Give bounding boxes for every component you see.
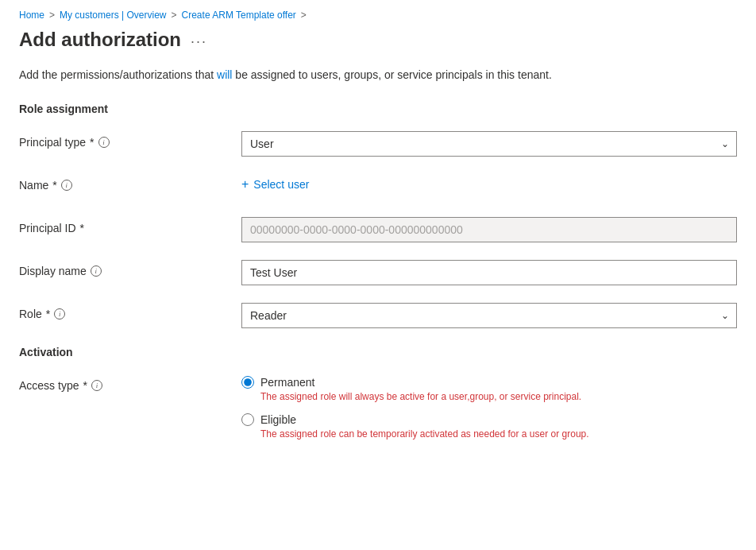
desc-text-after: be assigned to users, groups, or service…: [232, 68, 551, 81]
name-info-icon[interactable]: i: [61, 180, 72, 191]
role-select-wrapper: Reader Contributor Owner ⌄: [241, 303, 737, 328]
select-user-button[interactable]: + Select user: [241, 174, 309, 195]
plus-icon: +: [241, 177, 249, 192]
breadcrumb-mycustomers[interactable]: My customers | Overview: [60, 10, 166, 21]
principal-type-row: Principal type * i User Group Service pr…: [19, 131, 737, 160]
desc-highlight: will: [217, 68, 232, 81]
principal-id-input[interactable]: [241, 217, 737, 242]
access-type-eligible-desc: The assigned role can be temporarily act…: [260, 428, 737, 441]
activation-title: Activation: [19, 346, 737, 358]
role-info-icon[interactable]: i: [54, 308, 65, 320]
access-type-permanent-label: Permanent: [260, 376, 314, 389]
breadcrumb-home[interactable]: Home: [19, 10, 44, 21]
breadcrumb: Home > My customers | Overview > Create …: [19, 0, 737, 29]
name-control: + Select user: [241, 174, 737, 195]
role-select[interactable]: Reader Contributor Owner: [241, 303, 737, 328]
access-type-label: Access type * i: [19, 374, 241, 392]
access-type-eligible-item: Eligible The assigned role can be tempor…: [241, 413, 737, 441]
name-row: Name * i + Select user: [19, 174, 737, 203]
activation-section: Activation Access type * i Permanent The…: [19, 346, 737, 441]
desc-text-before: Add the permissions/authorizations that: [19, 68, 217, 81]
display-name-info-icon[interactable]: i: [91, 265, 102, 277]
display-name-label: Display name i: [19, 260, 241, 277]
more-options-icon[interactable]: ···: [191, 33, 207, 50]
access-type-permanent-item: Permanent The assigned role will always …: [241, 376, 737, 404]
role-assignment-section: Role assignment Principal type * i User …: [19, 103, 737, 331]
principal-type-select[interactable]: User Group Service principal: [241, 131, 737, 157]
access-type-eligible-label: Eligible: [260, 413, 296, 426]
display-name-control: [241, 260, 737, 285]
page-description: Add the permissions/authorizations that …: [19, 67, 737, 83]
principal-type-info-icon[interactable]: i: [98, 137, 110, 148]
access-type-eligible-radio[interactable]: [241, 413, 254, 426]
access-type-control: Permanent The assigned role will always …: [241, 374, 737, 441]
access-type-permanent-radio[interactable]: [241, 376, 254, 389]
access-type-row: Access type * i Permanent The assigned r…: [19, 374, 737, 441]
display-name-row: Display name i: [19, 260, 737, 289]
role-control: Reader Contributor Owner ⌄: [241, 303, 737, 328]
display-name-input[interactable]: [241, 260, 737, 285]
select-user-label: Select user: [253, 178, 309, 191]
breadcrumb-sep-2: >: [172, 10, 177, 21]
principal-id-control: [241, 217, 737, 242]
breadcrumb-createoffer[interactable]: Create ARM Template offer: [182, 10, 296, 21]
role-row: Role * i Reader Contributor Owner ⌄: [19, 303, 737, 331]
access-type-info-icon[interactable]: i: [91, 380, 102, 391]
breadcrumb-sep-1: >: [49, 10, 55, 21]
principal-id-label: Principal ID *: [19, 217, 241, 234]
page-header: Add authorization ···: [19, 29, 737, 51]
access-type-radio-group: Permanent The assigned role will always …: [241, 376, 737, 441]
principal-type-select-wrapper: User Group Service principal ⌄: [241, 131, 737, 157]
role-assignment-title: Role assignment: [19, 103, 737, 115]
access-type-permanent-row: Permanent: [241, 376, 737, 389]
principal-type-control: User Group Service principal ⌄: [241, 131, 737, 157]
access-type-permanent-desc: The assigned role will always be active …: [260, 390, 737, 404]
principal-id-row: Principal ID *: [19, 217, 737, 246]
breadcrumb-sep-3: >: [301, 10, 307, 21]
page-title: Add authorization: [19, 29, 181, 51]
role-label: Role * i: [19, 303, 241, 320]
access-type-eligible-row: Eligible: [241, 413, 737, 426]
principal-type-label: Principal type * i: [19, 131, 241, 149]
name-label: Name * i: [19, 174, 241, 192]
